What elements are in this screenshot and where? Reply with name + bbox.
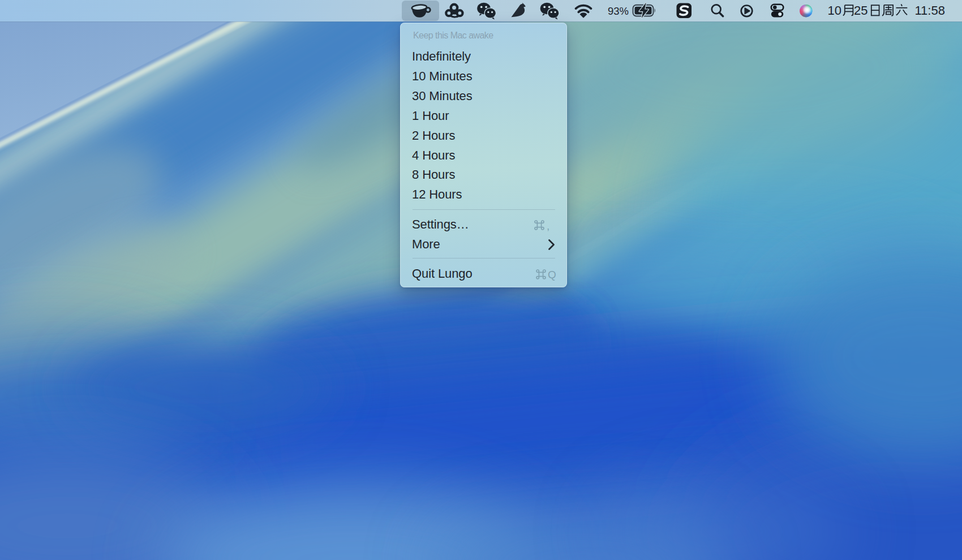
svg-text:93%: 93%: [608, 5, 629, 17]
svg-text:Q: Q: [548, 269, 556, 281]
svg-text:,: ,: [547, 220, 549, 232]
svg-text:11:58: 11:58: [915, 3, 945, 18]
svg-text:10: 10: [828, 3, 841, 18]
svg-text:25: 25: [854, 3, 867, 18]
